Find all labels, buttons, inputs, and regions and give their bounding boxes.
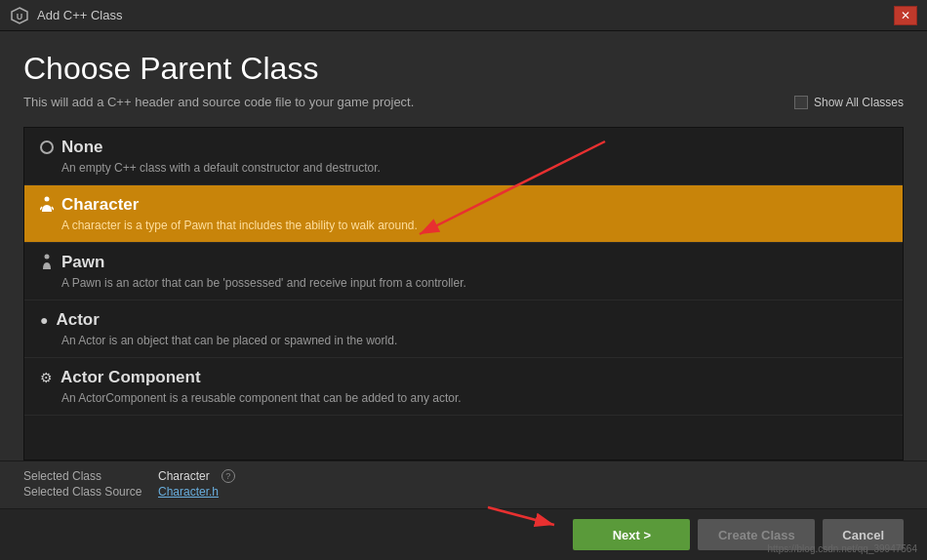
class-item-none[interactable]: None An empty C++ class with a default c… bbox=[24, 128, 903, 185]
class-list[interactable]: None An empty C++ class with a default c… bbox=[23, 127, 904, 460]
selected-class-source-row: Selected Class Source Character.h bbox=[23, 485, 904, 499]
svg-text:U: U bbox=[17, 12, 23, 21]
class-name-none: None bbox=[61, 138, 103, 157]
svg-line-4 bbox=[52, 207, 54, 210]
radio-icon-none bbox=[40, 140, 54, 154]
url-bar: https://blog.csdn.net/qq_39947564 bbox=[768, 543, 917, 554]
class-item-actor-header: ● Actor bbox=[40, 310, 887, 330]
show-all-label[interactable]: Show All Classes bbox=[814, 96, 904, 109]
class-desc-none: An empty C++ class with a default constr… bbox=[40, 161, 887, 175]
class-item-character[interactable]: Character A character is a type of Pawn … bbox=[24, 185, 903, 243]
selected-class-source-label: Selected Class Source bbox=[23, 485, 150, 499]
show-all-row: Show All Classes bbox=[794, 96, 904, 109]
selected-info: Selected Class Character ? Selected Clas… bbox=[0, 460, 927, 508]
character-icon bbox=[40, 196, 54, 215]
show-all-checkbox[interactable] bbox=[794, 96, 808, 109]
class-item-pawn-header: Pawn bbox=[40, 253, 887, 272]
class-item-none-header: None bbox=[40, 138, 887, 157]
svg-point-5 bbox=[45, 254, 50, 259]
class-desc-actor: An Actor is an object that can be placed… bbox=[40, 334, 887, 347]
dialog-header: Choose Parent Class This will add a C++ … bbox=[0, 31, 927, 119]
class-item-pawn[interactable]: Pawn A Pawn is an actor that can be 'pos… bbox=[24, 243, 903, 300]
class-desc-actor-component: An ActorComponent is a reusable componen… bbox=[40, 391, 887, 405]
help-icon[interactable]: ? bbox=[222, 469, 235, 483]
svg-point-2 bbox=[45, 196, 50, 201]
selected-class-source-value[interactable]: Character.h bbox=[158, 485, 219, 499]
svg-line-3 bbox=[40, 207, 42, 210]
class-desc-pawn: A Pawn is an actor that can be 'possesse… bbox=[40, 276, 887, 290]
class-item-actor-component-header: ⚙ Actor Component bbox=[40, 368, 887, 387]
pawn-icon bbox=[40, 254, 54, 272]
actor-component-icon: ⚙ bbox=[40, 370, 53, 385]
class-name-actor-component: Actor Component bbox=[60, 368, 201, 387]
ue-logo-icon: U bbox=[10, 6, 29, 25]
title-bar: U Add C++ Class ✕ bbox=[0, 0, 927, 31]
class-name-actor: Actor bbox=[56, 310, 99, 330]
class-name-character: Character bbox=[61, 195, 139, 215]
selected-class-row: Selected Class Character ? bbox=[23, 469, 904, 483]
selected-class-value: Character bbox=[158, 469, 210, 483]
class-name-pawn: Pawn bbox=[61, 253, 104, 272]
class-item-actor[interactable]: ● Actor An Actor is an object that can b… bbox=[24, 300, 903, 358]
class-item-character-header: Character bbox=[40, 195, 887, 215]
dialog-title: Choose Parent Class bbox=[23, 51, 904, 87]
title-bar-left: U Add C++ Class bbox=[10, 6, 122, 25]
close-button[interactable]: ✕ bbox=[894, 6, 917, 25]
dialog-subtitle: This will add a C++ header and source co… bbox=[23, 95, 414, 109]
class-desc-character: A character is a type of Pawn that inclu… bbox=[40, 219, 887, 232]
window-title: Add C++ Class bbox=[37, 8, 122, 22]
selected-class-label: Selected Class bbox=[23, 469, 150, 483]
dialog: Choose Parent Class This will add a C++ … bbox=[0, 31, 927, 560]
next-button[interactable]: Next > bbox=[573, 519, 690, 550]
actor-icon: ● bbox=[40, 312, 48, 328]
subtitle-row: This will add a C++ header and source co… bbox=[23, 95, 904, 109]
class-item-actor-component[interactable]: ⚙ Actor Component An ActorComponent is a… bbox=[24, 358, 903, 416]
